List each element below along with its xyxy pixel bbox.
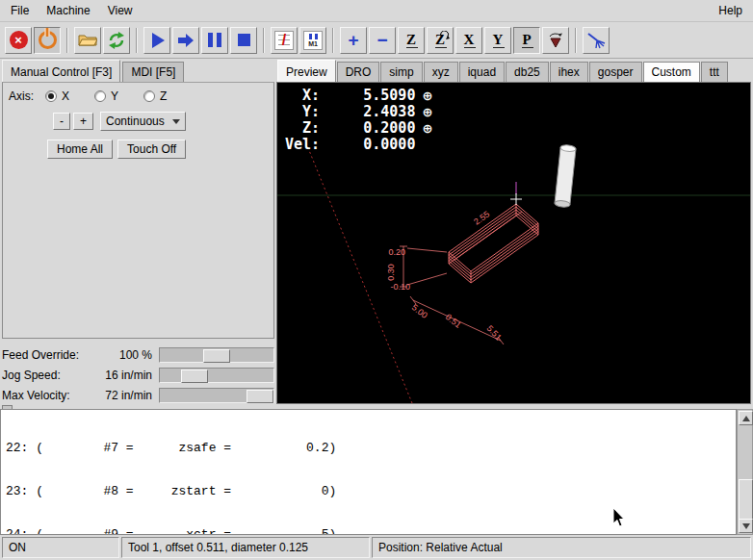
run-button[interactable] xyxy=(143,27,170,54)
tab-simp[interactable]: simp xyxy=(380,62,422,82)
axis-x-label: X xyxy=(62,89,69,103)
step-button[interactable] xyxy=(172,27,199,54)
rotate-arrow-icon xyxy=(440,31,450,39)
play-icon xyxy=(152,33,165,48)
axis-y-option[interactable]: Y xyxy=(94,89,118,103)
gcode-line: 23: ( #8 = zstart = 0) xyxy=(6,484,736,498)
tab-ttt[interactable]: ttt xyxy=(701,62,728,82)
position-mode-cell: Position: Relative Actual xyxy=(372,537,751,558)
axis-x-radio[interactable] xyxy=(45,90,57,102)
menu-view[interactable]: View xyxy=(99,2,142,19)
zoom-out-icon: − xyxy=(376,31,387,49)
estop-icon: × xyxy=(10,31,28,49)
max-velocity-slider[interactable] xyxy=(159,388,274,403)
menu-help[interactable]: Help xyxy=(710,2,751,19)
clear-plot-button[interactable] xyxy=(583,27,610,54)
view-top-button[interactable]: Z xyxy=(398,27,425,54)
tab-dro[interactable]: DRO xyxy=(337,62,380,82)
slider-thumb[interactable] xyxy=(181,369,208,383)
slider-thumb[interactable] xyxy=(203,349,230,363)
reload-file-button[interactable] xyxy=(103,27,130,54)
tab-ihex[interactable]: ihex xyxy=(550,62,588,82)
axis-z-label: Z xyxy=(160,89,167,103)
step-arrow-icon xyxy=(178,34,195,47)
jog-increment-select[interactable]: Continuous xyxy=(100,112,186,131)
preview-canvas[interactable]: 2.55 0.20 0.30 -0.10 5.00 0.51 5.51 xyxy=(276,82,751,404)
perspective-view-icon: P xyxy=(522,33,531,47)
optional-pause-toggle-button[interactable]: M1 xyxy=(299,27,326,54)
feed-override-slider[interactable] xyxy=(159,347,274,363)
tab-db25[interactable]: db25 xyxy=(506,62,549,82)
scroll-down-button[interactable] xyxy=(739,519,753,533)
optional-pause-icon: M1 xyxy=(303,31,323,50)
scroll-up-button[interactable] xyxy=(739,411,753,425)
arrow-down-icon xyxy=(742,523,750,529)
axis-x-option[interactable]: X xyxy=(45,89,69,103)
open-file-button[interactable] xyxy=(74,27,101,54)
zoom-in-icon: + xyxy=(348,31,358,49)
manual-control-pane: Axis: X Y Z - + Continuous Home All xyxy=(2,82,274,339)
feed-override-value: 100 % xyxy=(87,348,159,362)
y-homed-icon: ⊕ xyxy=(422,105,432,119)
menu-machine[interactable]: Machine xyxy=(38,2,98,19)
machine-power-button[interactable] xyxy=(34,27,61,54)
axis-z-radio[interactable] xyxy=(143,90,155,102)
dim-label-x-max: 5.51 xyxy=(484,323,503,343)
arrow-up-icon xyxy=(742,416,750,421)
zoom-out-button[interactable]: − xyxy=(369,27,396,54)
rotate-view-button[interactable] xyxy=(542,27,569,54)
axis-y-radio[interactable] xyxy=(94,90,106,102)
jog-plus-button[interactable]: + xyxy=(73,113,93,130)
dim-label-z-max: 0.20 xyxy=(388,247,405,257)
touch-off-button[interactable]: Touch Off xyxy=(117,140,186,159)
velocity-row: Vel:0.0000 xyxy=(285,137,432,153)
view-rotated-top-button[interactable]: Z xyxy=(427,27,454,54)
dim-label-x-min: 5.00 xyxy=(410,302,429,320)
broom-icon xyxy=(586,32,606,49)
override-sliders: Feed Override: 100 % Jog Speed: 16 in/mi… xyxy=(2,344,274,405)
z-position-row: Z:0.2000⊕ xyxy=(285,120,432,137)
toolbar-separator xyxy=(136,28,138,53)
pause-icon xyxy=(208,33,221,47)
stop-icon xyxy=(238,34,250,46)
dim-label-z-min: -0.10 xyxy=(390,282,410,292)
machine-limit-dashed-line xyxy=(304,139,412,403)
estop-button[interactable]: × xyxy=(5,27,32,54)
tab-xyz[interactable]: xyz xyxy=(424,62,458,82)
tab-mdi[interactable]: MDI [F5] xyxy=(122,62,184,82)
zoom-in-button[interactable]: + xyxy=(340,27,367,54)
home-all-button[interactable]: Home All xyxy=(47,140,113,159)
jog-speed-value: 16 in/min xyxy=(87,369,159,382)
tab-gosper[interactable]: gosper xyxy=(589,62,642,82)
jog-increment-value: Continuous xyxy=(106,115,165,128)
tab-preview[interactable]: Preview xyxy=(277,60,336,82)
menu-file[interactable]: File xyxy=(2,2,38,19)
tab-manual-control[interactable]: Manual Control [F3] xyxy=(2,60,120,82)
axis-window: File Machine View Help × / M1 + − xyxy=(0,0,753,560)
z-homed-icon: ⊕ xyxy=(422,121,432,136)
front-view-icon: Y xyxy=(493,33,504,47)
stop-button[interactable] xyxy=(230,27,257,54)
scrollbar-thumb[interactable] xyxy=(739,479,753,522)
tab-iquad[interactable]: iquad xyxy=(459,62,505,82)
toolpath xyxy=(449,204,538,283)
dim-label-z-extent: 0.30 xyxy=(386,264,396,281)
max-velocity-label: Max Velocity: xyxy=(2,389,87,402)
gcode-scrollbar[interactable] xyxy=(737,409,753,535)
jog-minus-button[interactable]: - xyxy=(53,113,70,130)
side-view-icon: X xyxy=(464,33,475,47)
jog-speed-slider[interactable] xyxy=(159,368,274,383)
axis-z-option[interactable]: Z xyxy=(143,89,167,103)
slider-thumb[interactable] xyxy=(247,390,273,403)
axis-label: Axis: xyxy=(9,89,34,103)
tab-custom[interactable]: Custom xyxy=(643,62,700,82)
pause-button[interactable] xyxy=(201,27,228,54)
dim-label-x-extent: 0.51 xyxy=(444,312,463,330)
view-front-button[interactable]: Y xyxy=(484,27,511,54)
view-perspective-button[interactable]: P xyxy=(513,27,540,54)
max-velocity-value: 72 in/min xyxy=(87,389,159,402)
mouse-cursor xyxy=(612,507,628,528)
view-side-button[interactable]: X xyxy=(455,27,482,54)
skip-lines-toggle-button[interactable]: / xyxy=(271,27,298,54)
top-view-icon: Z xyxy=(406,33,416,47)
